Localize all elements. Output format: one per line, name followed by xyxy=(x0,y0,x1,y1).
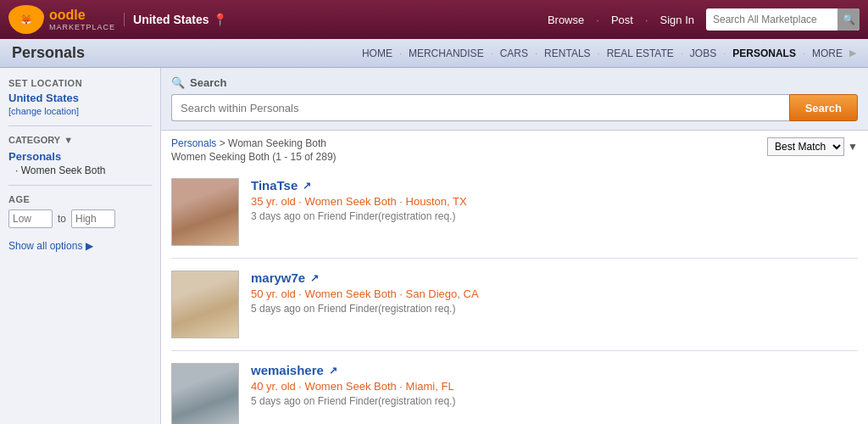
oodle-logo-icon: 🦊 xyxy=(8,5,44,34)
sort-select[interactable]: Best Match xyxy=(767,137,844,156)
header-search-input[interactable] xyxy=(706,14,837,25)
listing-item: TinaTse ↗ 35 yr. old · Women Seek Both ·… xyxy=(171,166,858,259)
breadcrumb: Personals > Woman Seeking Both xyxy=(171,137,337,149)
show-all-options-link[interactable]: Show all options ▶ xyxy=(8,240,152,252)
category-dropdown-icon: ▼ xyxy=(64,135,73,145)
listing-detail-2: 50 yr. old · Women Seek Both · San Diego… xyxy=(251,287,858,300)
listing-info-2: maryw7e ↗ 50 yr. old · Women Seek Both ·… xyxy=(251,271,858,315)
page-title: Personals xyxy=(12,44,85,62)
listing-source-1: 3 days ago on Friend Finder(registration… xyxy=(251,210,858,222)
header-right: Browse · Post · Sign In 🔍 xyxy=(548,8,860,31)
post-link[interactable]: Post xyxy=(611,14,633,26)
breadcrumb-personals[interactable]: Personals xyxy=(171,137,216,149)
logo-name: oodle xyxy=(49,8,115,23)
external-link-icon-1: ↗ xyxy=(303,180,311,192)
listing-thumb-3[interactable] xyxy=(171,363,239,424)
search-input[interactable] xyxy=(171,94,789,121)
listing-name-1[interactable]: TinaTse ↗ xyxy=(251,178,858,192)
search-form: Search xyxy=(171,94,858,121)
header: 🦊 oodle marketplace United States 📍 Brow… xyxy=(0,0,868,39)
logo-wrap: oodle marketplace xyxy=(49,8,115,31)
search-title: 🔍 Search xyxy=(171,76,858,89)
set-location-label: SET LOCATION xyxy=(8,78,152,88)
sidebar-divider-2 xyxy=(8,185,152,186)
logo-subtext: marketplace xyxy=(49,23,115,31)
category-label: CATEGORY xyxy=(8,135,60,145)
listing-detail-1: 35 yr. old · Women Seek Both · Houston, … xyxy=(251,195,858,208)
category-sub-item[interactable]: Women Seek Both xyxy=(8,165,152,176)
listing-item: maryw7e ↗ 50 yr. old · Women Seek Both ·… xyxy=(171,259,858,351)
search-icon: 🔍 xyxy=(171,76,185,89)
change-location-link[interactable]: [change location] xyxy=(8,106,79,116)
header-search-button[interactable]: 🔍 xyxy=(837,8,860,31)
sidebar-location-value[interactable]: United States xyxy=(8,92,152,104)
search-button[interactable]: Search xyxy=(789,94,858,121)
sidebar-divider-1 xyxy=(8,126,152,126)
location-text: United States xyxy=(133,13,209,26)
header-location[interactable]: United States 📍 xyxy=(124,13,226,26)
age-high-input[interactable] xyxy=(71,209,115,228)
breadcrumb-area: Personals > Woman Seeking Both Women See… xyxy=(161,131,868,166)
breadcrumb-sep: > xyxy=(220,137,228,149)
breadcrumb-current: Woman Seeking Both xyxy=(228,137,326,149)
nav-more[interactable]: MORE xyxy=(805,47,849,59)
nav-links: HOME · MERCHANDISE · CARS · RENTALS · RE… xyxy=(355,47,856,59)
listing-source-2: 5 days ago on Friend Finder(registration… xyxy=(251,303,858,315)
nav-merchandise[interactable]: MERCHANDISE xyxy=(402,47,491,59)
listing-detail-3: 40 yr. old · Women Seek Both · Miami, FL xyxy=(251,380,858,393)
location-pin-icon: 📍 xyxy=(213,13,227,26)
result-count: Women Seeking Both (1 - 15 of 289) xyxy=(171,151,337,163)
sort-chevron-icon: ▼ xyxy=(848,141,858,153)
listing-item: wemaishere ↗ 40 yr. old · Women Seek Bot… xyxy=(171,351,858,424)
category-toggle[interactable]: CATEGORY ▼ xyxy=(8,135,152,145)
category-personals[interactable]: Personals xyxy=(8,150,152,163)
header-left: 🦊 oodle marketplace United States 📍 xyxy=(8,5,227,34)
main-content: SET LOCATION United States [change locat… xyxy=(0,68,868,424)
listing-thumb-1[interactable] xyxy=(171,178,239,246)
age-to-label: to xyxy=(58,213,66,225)
age-section: AGE to xyxy=(8,194,152,228)
listing-name-3[interactable]: wemaishere ↗ xyxy=(251,363,858,377)
nav-rentals[interactable]: RENTALS xyxy=(537,47,597,59)
listings: TinaTse ↗ 35 yr. old · Women Seek Both ·… xyxy=(161,166,868,424)
nav-jobs[interactable]: JOBS xyxy=(683,47,723,59)
age-range-row: to xyxy=(8,209,152,228)
external-link-icon-2: ↗ xyxy=(310,272,319,284)
external-link-icon-3: ↗ xyxy=(329,365,337,377)
listing-info-3: wemaishere ↗ 40 yr. old · Women Seek Bot… xyxy=(251,363,858,407)
nav-personals[interactable]: PERSONALS xyxy=(726,47,803,59)
nav-realestate[interactable]: REAL ESTATE xyxy=(600,47,681,59)
logo-area[interactable]: 🦊 oodle marketplace xyxy=(8,5,115,34)
nav-home[interactable]: HOME xyxy=(355,47,399,59)
nav-cars[interactable]: CARS xyxy=(493,47,535,59)
search-label: Search xyxy=(190,76,226,89)
listing-info-1: TinaTse ↗ 35 yr. old · Women Seek Both ·… xyxy=(251,178,858,222)
age-label: AGE xyxy=(8,194,152,204)
age-low-input[interactable] xyxy=(8,209,53,228)
sidebar: SET LOCATION United States [change locat… xyxy=(0,68,161,424)
breadcrumb-left: Personals > Woman Seeking Both Women See… xyxy=(171,137,337,163)
sort-area: Best Match ▼ xyxy=(767,137,858,156)
search-bar-area: 🔍 Search Search xyxy=(161,68,868,131)
header-search-box[interactable]: 🔍 xyxy=(706,8,860,31)
listing-thumb-2[interactable] xyxy=(171,271,239,338)
signin-link[interactable]: Sign In xyxy=(660,14,694,26)
navbar: Personals HOME · MERCHANDISE · CARS · RE… xyxy=(0,39,868,68)
content-area: 🔍 Search Search Personals > Woman Seekin… xyxy=(161,68,868,424)
listing-name-2[interactable]: maryw7e ↗ xyxy=(251,271,858,285)
browse-link[interactable]: Browse xyxy=(548,14,584,26)
listing-source-3: 5 days ago on Friend Finder(registration… xyxy=(251,395,858,407)
